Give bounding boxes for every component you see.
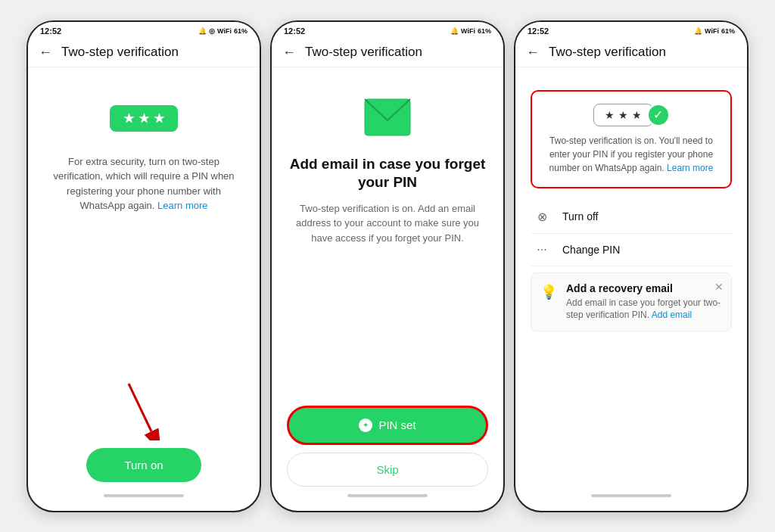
- change-pin-icon: ···: [534, 243, 550, 257]
- status-bar-1: 12:52 🔔 ◎ WiFi 61%: [28, 22, 260, 39]
- pin-badge: ★ ★ ★: [110, 105, 178, 132]
- time-3: 12:52: [528, 26, 549, 36]
- wifi-icon-2: WiFi: [461, 27, 475, 35]
- screen2-description: Two-step verification is on. Add an emai…: [287, 201, 488, 246]
- svg-line-1: [129, 384, 151, 431]
- top-bar-1: ← Two-step verification: [28, 39, 260, 67]
- status-bar-3: 12:52 🔔 WiFi 61%: [515, 22, 747, 39]
- change-pin-label: Change PIN: [562, 244, 620, 256]
- battery-3: 61%: [721, 27, 735, 35]
- verification-status-desc: Two-step verification is on. You'll need…: [544, 134, 718, 175]
- learn-more-link-3[interactable]: Learn more: [667, 163, 713, 173]
- wifi-icon-3: WiFi: [705, 27, 719, 35]
- phone-screen-2: 12:52 🔔 WiFi 61% ← Two-step verification…: [270, 20, 505, 512]
- back-button-1[interactable]: ←: [39, 45, 52, 61]
- notification-icon-3: 🔔: [694, 27, 702, 35]
- recovery-desc: Add email in case you forget your two-st…: [566, 297, 722, 322]
- time-1: 12:52: [40, 26, 61, 36]
- wifi-icon: WiFi: [217, 27, 232, 35]
- pin-bubble: ★ ★ ★: [593, 104, 653, 126]
- star-2: ★: [139, 111, 149, 126]
- time-2: 12:52: [284, 26, 305, 36]
- page-title-1: Two-step verification: [61, 45, 179, 60]
- status-icons-2: 🔔 WiFi 61%: [450, 27, 491, 35]
- status-bar-2: 12:52 🔔 WiFi 61%: [272, 22, 503, 39]
- star-3: ★: [154, 111, 164, 126]
- top-bar-2: ← Two-step verification: [272, 39, 503, 67]
- pin-star-1: ★: [605, 109, 615, 121]
- page-title-3: Two-step verification: [549, 45, 666, 60]
- status-icon-area: ★ ★ ★ ✓: [593, 104, 670, 126]
- recovery-title: Add a recovery email: [566, 282, 722, 294]
- home-indicator-3: [591, 494, 671, 497]
- add-email-link[interactable]: Add email: [652, 310, 692, 320]
- back-button-2[interactable]: ←: [282, 45, 296, 61]
- page-title-2: Two-step verification: [305, 45, 422, 60]
- screen1-content: ★ ★ ★ For extra security, turn on two-st…: [28, 67, 260, 511]
- recovery-text: Add a recovery email Add email in case y…: [566, 282, 722, 322]
- check-circle-icon: ✓: [647, 104, 670, 126]
- turn-off-icon: ⊗: [534, 210, 550, 224]
- phone-screen-1: 12:52 🔔 ◎ WiFi 61% ← Two-step verificati…: [26, 20, 261, 512]
- recovery-icon: 💡: [540, 284, 557, 322]
- screen2-title: Add email in case you forget your PIN: [287, 155, 488, 192]
- turn-off-item[interactable]: ⊗ Turn off: [531, 201, 732, 234]
- phone-screen-3: 12:52 🔔 WiFi 61% ← Two-step verification…: [514, 20, 749, 512]
- change-pin-item[interactable]: ··· Change PIN: [531, 234, 732, 266]
- envelope-icon: [363, 98, 412, 140]
- arrow-container: [43, 380, 244, 440]
- screen2-buttons: ✦ PIN set Skip: [287, 406, 488, 487]
- screen3-content: ★ ★ ★ ✓ Two-step verification is on. You…: [515, 67, 747, 511]
- notification-icon: 🔔: [198, 27, 207, 35]
- screen1-description: For extra security, turn on two-step ver…: [43, 154, 244, 213]
- notification-icon-2: 🔔: [450, 27, 459, 35]
- home-indicator-1: [104, 494, 184, 497]
- pin-star-3: ★: [632, 109, 642, 121]
- battery-1: 61%: [234, 27, 247, 35]
- close-button-recovery[interactable]: ✕: [714, 281, 724, 293]
- red-arrow-icon: [121, 380, 167, 440]
- recovery-email-card: 💡 Add a recovery email Add email in case…: [531, 272, 732, 332]
- battery-2: 61%: [478, 27, 491, 35]
- pin-star-2: ★: [618, 109, 628, 121]
- pin-set-button[interactable]: ✦ PIN set: [287, 406, 488, 445]
- learn-more-link-1[interactable]: Learn more: [157, 200, 207, 211]
- status-icons-3: 🔔 WiFi 61%: [694, 27, 735, 35]
- top-bar-3: ← Two-step verification: [515, 39, 747, 67]
- back-button-3[interactable]: ←: [526, 45, 540, 61]
- spacer-2: [287, 254, 488, 405]
- spacer-1: [43, 219, 244, 380]
- location-icon: ◎: [209, 27, 215, 35]
- verification-status-box: ★ ★ ★ ✓ Two-step verification is on. You…: [531, 90, 732, 188]
- home-indicator-2: [347, 494, 428, 497]
- turn-on-button[interactable]: Turn on: [86, 448, 201, 482]
- skip-button[interactable]: Skip: [287, 453, 488, 487]
- pin-dot-icon: ✦: [359, 418, 372, 432]
- screen2-content: Add email in case you forget your PIN Tw…: [272, 67, 503, 511]
- pin-set-label: PIN set: [378, 418, 416, 431]
- turn-off-label: Turn off: [562, 210, 598, 222]
- star-1: ★: [123, 111, 134, 126]
- status-icons-1: 🔔 ◎ WiFi 61%: [198, 27, 247, 35]
